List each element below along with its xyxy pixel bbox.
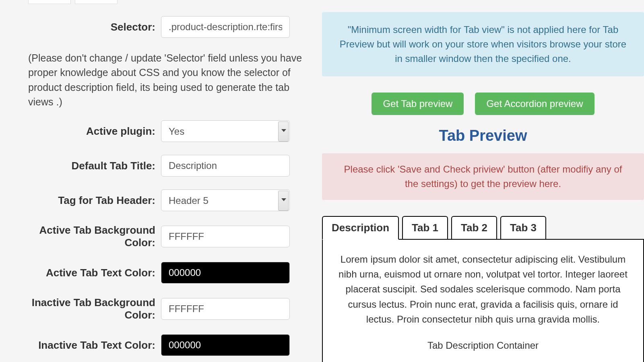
settings-form: Selector: (Please don't change / update … xyxy=(28,0,322,362)
preview-tab-desc-label: Tab Description Container xyxy=(335,338,631,353)
get-tab-preview-button[interactable]: Get Tab preview xyxy=(372,93,464,115)
preview-tab-description[interactable]: Description xyxy=(322,216,399,240)
select-active-plugin[interactable]: Yes xyxy=(161,120,290,142)
preview-title: Tab Preview xyxy=(322,127,644,144)
label-active-tab-text: Active Tab Text Color: xyxy=(28,267,161,279)
row-default-tab-title: Default Tab Title: xyxy=(28,155,306,177)
label-active-tab-bg: Active Tab Background Color: xyxy=(28,224,161,249)
input-selector[interactable] xyxy=(161,16,290,38)
preview-tab-3[interactable]: Tab 3 xyxy=(500,216,546,240)
label-selector: Selector: xyxy=(28,21,161,33)
preview-tab-1[interactable]: Tab 1 xyxy=(402,216,448,240)
select-tag-for-tab-header[interactable]: Header 5 xyxy=(161,189,290,211)
preview-tab-content: Lorem ipsum dolor sit amet, consectetur … xyxy=(322,239,644,362)
label-default-tab-title: Default Tab Title: xyxy=(28,160,161,172)
label-active-plugin: Active plugin: xyxy=(28,125,161,138)
row-active-tab-text: Active Tab Text Color: xyxy=(28,262,306,284)
preview-tabs-row: Description Tab 1 Tab 2 Tab 3 xyxy=(322,216,644,240)
input-inactive-tab-bg[interactable] xyxy=(161,298,290,320)
row-active-tab-bg: Active Tab Background Color: xyxy=(28,224,306,249)
input-active-tab-text[interactable] xyxy=(161,262,290,284)
top-tab-stub[interactable] xyxy=(28,0,71,4)
row-active-plugin: Active plugin: Yes xyxy=(28,120,306,142)
preview-panel: "Minimum screen width for Tab view" is n… xyxy=(322,0,644,362)
info-note: "Minimum screen width for Tab view" is n… xyxy=(322,12,644,76)
preview-tab-body-text: Lorem ipsum dolor sit amet, consectetur … xyxy=(335,252,631,327)
row-tag-for-tab-header: Tag for Tab Header: Header 5 xyxy=(28,189,306,211)
settings-page: Selector: (Please don't change / update … xyxy=(0,0,644,362)
top-tab-stub[interactable] xyxy=(75,0,118,4)
input-default-tab-title[interactable] xyxy=(161,155,290,177)
label-inactive-tab-bg: Inactive Tab Background Color: xyxy=(28,296,161,321)
selector-note: (Please don't change / update 'Selector'… xyxy=(28,51,306,109)
label-inactive-tab-text: Inactive Tab Text Color: xyxy=(28,339,161,352)
label-tag-for-tab-header: Tag for Tab Header: xyxy=(28,194,161,207)
get-accordion-preview-button[interactable]: Get Accordion preview xyxy=(475,93,594,115)
preview-warning: Please click 'Save and Check priview' bu… xyxy=(322,153,644,200)
row-inactive-tab-text: Inactive Tab Text Color: xyxy=(28,334,306,356)
input-active-tab-bg[interactable] xyxy=(161,226,290,247)
input-inactive-tab-text[interactable] xyxy=(161,334,290,356)
preview-button-row: Get Tab preview Get Accordion preview xyxy=(322,93,644,115)
preview-tab-2[interactable]: Tab 2 xyxy=(451,216,497,240)
row-selector: Selector: xyxy=(28,16,306,38)
row-inactive-tab-bg: Inactive Tab Background Color: xyxy=(28,296,306,321)
top-tab-stubs xyxy=(28,0,306,4)
